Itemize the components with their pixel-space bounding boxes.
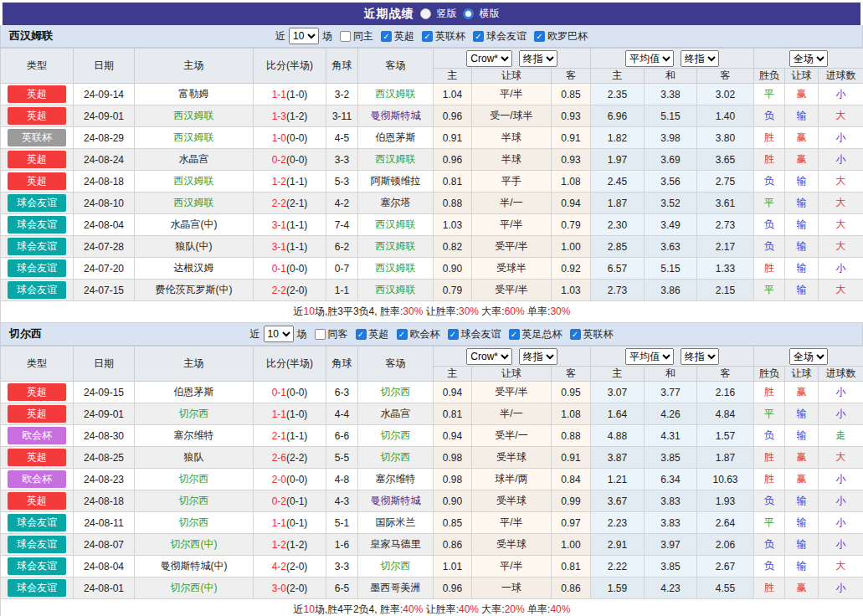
- score-cell[interactable]: 1-2(1-2): [254, 534, 326, 556]
- league-checkbox[interactable]: ✓: [509, 329, 520, 340]
- score-cell[interactable]: 1-1(1-0): [254, 84, 326, 105]
- home-team[interactable]: 曼彻斯特城(中): [135, 556, 254, 578]
- home-team[interactable]: 费伦茨瓦罗斯(中): [135, 280, 254, 301]
- home-team[interactable]: 伯恩茅斯: [135, 382, 254, 403]
- fulltime-score[interactable]: 2-1: [272, 430, 286, 442]
- fulltime-score[interactable]: 1-1: [272, 89, 286, 100]
- away-team[interactable]: 国际米兰: [358, 512, 434, 534]
- away-team[interactable]: 曼彻斯特城: [358, 105, 434, 127]
- away-team-name[interactable]: 切尔西: [381, 386, 411, 398]
- score-cell[interactable]: 1-1(1-0): [254, 403, 326, 425]
- odds-final-select[interactable]: 终指: [519, 50, 557, 67]
- same-venue-checkbox[interactable]: [340, 31, 351, 42]
- home-team[interactable]: 狼队(中): [135, 236, 254, 258]
- away-team-name[interactable]: 切尔西: [381, 560, 411, 572]
- score-cell[interactable]: 1-0(0-0): [254, 127, 326, 149]
- score-cell[interactable]: 3-1(1-1): [254, 236, 326, 258]
- avg-select[interactable]: 平均值: [625, 348, 674, 365]
- away-team[interactable]: 切尔西: [358, 425, 434, 447]
- score-cell[interactable]: 3-0(2-0): [254, 578, 326, 599]
- home-team-name[interactable]: 切尔西: [179, 495, 209, 506]
- fulltime-score[interactable]: 1-0: [272, 132, 286, 144]
- away-team-name[interactable]: 西汉姆联: [376, 218, 416, 230]
- away-team[interactable]: 伯恩茅斯: [358, 127, 434, 149]
- score-cell[interactable]: 4-2(2-0): [254, 556, 326, 578]
- away-team[interactable]: 西汉姆联: [358, 84, 434, 105]
- home-team[interactable]: 切尔西(中): [135, 534, 254, 556]
- away-team-name[interactable]: 曼彻斯特城: [371, 110, 421, 121]
- home-team[interactable]: 西汉姆联: [135, 171, 254, 192]
- league-checkbox[interactable]: ✓: [422, 31, 433, 42]
- home-team-name[interactable]: 伯恩茅斯: [174, 386, 214, 398]
- league-checkbox[interactable]: ✓: [381, 31, 392, 42]
- home-team-name[interactable]: 费伦茨瓦罗斯(中): [156, 284, 233, 295]
- score-cell[interactable]: 0-2(0-0): [254, 149, 326, 171]
- fulltime-score[interactable]: 1-2: [272, 176, 286, 187]
- fulltime-score[interactable]: 4-2: [272, 561, 286, 572]
- avg-select[interactable]: 平均值: [625, 50, 674, 67]
- scope-select[interactable]: 全场: [789, 348, 828, 365]
- fulltime-score[interactable]: 2-2: [272, 285, 286, 296]
- away-team-name[interactable]: 国际米兰: [376, 516, 416, 528]
- score-cell[interactable]: 2-0(0-0): [254, 469, 326, 490]
- fulltime-score[interactable]: 2-6: [272, 452, 286, 464]
- home-team-name[interactable]: 切尔西: [179, 473, 209, 485]
- home-team-name[interactable]: 西汉姆联: [174, 175, 214, 187]
- league-checkbox[interactable]: ✓: [473, 31, 484, 42]
- fulltime-score[interactable]: 0-2: [272, 495, 286, 507]
- league-checkbox[interactable]: ✓: [534, 31, 545, 42]
- home-team-name[interactable]: 西汉姆联: [174, 110, 214, 121]
- away-team-name[interactable]: 塞尔塔: [381, 197, 411, 208]
- home-team-name[interactable]: 狼队: [184, 451, 204, 463]
- away-team[interactable]: 塞尔维特: [358, 469, 434, 490]
- home-team[interactable]: 切尔西: [135, 403, 254, 425]
- home-team-name[interactable]: 切尔西(中): [171, 538, 218, 550]
- home-team[interactable]: 达根汉姆: [135, 258, 254, 280]
- fulltime-score[interactable]: 2-2: [272, 198, 286, 209]
- home-team[interactable]: 富勒姆: [135, 84, 254, 105]
- away-team[interactable]: 西汉姆联: [358, 149, 434, 171]
- score-cell[interactable]: 2-2(2-1): [254, 192, 326, 214]
- away-team[interactable]: 阿斯顿维拉: [358, 171, 434, 192]
- home-team-name[interactable]: 富勒姆: [179, 88, 209, 100]
- fulltime-score[interactable]: 1-3: [272, 110, 286, 122]
- away-team[interactable]: 墨西哥美洲: [358, 578, 434, 599]
- away-team-name[interactable]: 切尔西: [381, 451, 411, 463]
- away-team[interactable]: 切尔西: [358, 382, 434, 403]
- home-team-name[interactable]: 塞尔维特: [174, 429, 214, 441]
- away-team-name[interactable]: 伯恩茅斯: [376, 131, 416, 143]
- same-venue-checkbox[interactable]: [315, 329, 326, 340]
- avg-final-select[interactable]: 终指: [681, 348, 719, 365]
- fulltime-score[interactable]: 1-1: [272, 408, 286, 420]
- league-checkbox[interactable]: ✓: [397, 329, 408, 340]
- fulltime-score[interactable]: 3-0: [272, 583, 286, 594]
- away-team-name[interactable]: 切尔西: [381, 429, 411, 441]
- away-team[interactable]: 西汉姆联: [358, 280, 434, 301]
- score-cell[interactable]: 0-1(0-0): [254, 382, 326, 403]
- odds-company-select[interactable]: Crow*: [466, 50, 512, 67]
- fulltime-score[interactable]: 1-1: [272, 517, 286, 529]
- games-count-select[interactable]: 10: [264, 326, 294, 342]
- home-team[interactable]: 西汉姆联: [135, 127, 254, 149]
- fulltime-score[interactable]: 3-1: [272, 219, 286, 231]
- away-team[interactable]: 切尔西: [358, 447, 434, 469]
- away-team[interactable]: 西汉姆联: [358, 236, 434, 258]
- league-checkbox[interactable]: ✓: [448, 329, 459, 340]
- score-cell[interactable]: 2-2(2-0): [254, 280, 326, 301]
- away-team-name[interactable]: 西汉姆联: [376, 262, 416, 274]
- home-team-name[interactable]: 切尔西(中): [171, 582, 218, 593]
- away-team-name[interactable]: 皇家马德里: [371, 538, 421, 550]
- fulltime-score[interactable]: 0-1: [272, 387, 286, 398]
- away-team[interactable]: 水晶宫: [358, 403, 434, 425]
- home-team[interactable]: 塞尔维特: [135, 425, 254, 447]
- home-team-name[interactable]: 西汉姆联: [174, 197, 214, 208]
- home-team-name[interactable]: 达根汉姆: [174, 262, 214, 274]
- score-cell[interactable]: 1-3(1-2): [254, 105, 326, 127]
- home-team[interactable]: 西汉姆联: [135, 192, 254, 214]
- league-checkbox[interactable]: ✓: [356, 329, 367, 340]
- home-team[interactable]: 西汉姆联: [135, 105, 254, 127]
- score-cell[interactable]: 2-1(1-1): [254, 425, 326, 447]
- home-team[interactable]: 切尔西(中): [135, 578, 254, 599]
- horizontal-layout-radio[interactable]: [463, 8, 474, 19]
- games-count-select[interactable]: 10: [289, 28, 319, 44]
